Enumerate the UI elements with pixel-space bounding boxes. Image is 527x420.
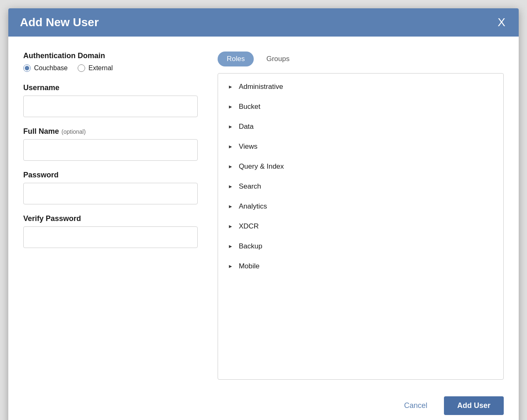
dialog-footer: Cancel Add User xyxy=(8,388,519,420)
role-item-search[interactable]: ► Search xyxy=(218,177,503,196)
radio-couchbase-label: Couchbase xyxy=(34,64,68,72)
tab-groups[interactable]: Groups xyxy=(257,52,299,66)
fullname-field-group: Full Name (optional) xyxy=(23,127,198,161)
fullname-input[interactable] xyxy=(23,139,198,161)
role-item-mobile-label: Mobile xyxy=(239,262,260,270)
tabs-row: Roles Groups xyxy=(218,52,504,66)
chevron-right-icon: ► xyxy=(228,164,233,169)
verify-password-input[interactable] xyxy=(23,226,198,248)
chevron-right-icon: ► xyxy=(228,243,233,249)
username-label: Username xyxy=(23,84,198,92)
role-item-views-label: Views xyxy=(239,142,257,151)
radio-external[interactable]: External xyxy=(78,64,113,72)
role-item-query-index-label: Query & Index xyxy=(239,162,284,171)
cancel-button[interactable]: Cancel xyxy=(397,397,434,414)
password-input[interactable] xyxy=(23,183,198,204)
add-user-button[interactable]: Add User xyxy=(444,396,504,415)
chevron-right-icon: ► xyxy=(228,144,233,150)
chevron-right-icon: ► xyxy=(228,184,233,189)
roles-list: ► Administrative ► Bucket ► Data ► Views… xyxy=(218,73,504,380)
right-panel: Roles Groups ► Administrative ► Bucket ►… xyxy=(218,52,504,380)
tab-roles[interactable]: Roles xyxy=(218,52,254,66)
verify-password-field-group: Verify Password xyxy=(23,214,198,248)
role-item-data-label: Data xyxy=(239,123,254,131)
role-item-administrative-label: Administrative xyxy=(239,83,283,91)
radio-external-input[interactable] xyxy=(78,64,85,72)
auth-domain-label: Authentication Domain xyxy=(23,52,198,60)
role-item-xdcr-label: XDCR xyxy=(239,222,259,231)
role-item-analytics-label: Analytics xyxy=(239,202,267,211)
add-new-user-dialog: Add New User X Authentication Domain Cou… xyxy=(8,8,519,420)
dialog-header: Add New User X xyxy=(8,8,519,37)
role-item-query-index[interactable]: ► Query & Index xyxy=(218,157,503,177)
fullname-label: Full Name (optional) xyxy=(23,127,198,136)
close-button[interactable]: X xyxy=(496,17,507,28)
chevron-right-icon: ► xyxy=(228,104,233,110)
role-item-search-label: Search xyxy=(239,182,261,191)
radio-couchbase[interactable]: Couchbase xyxy=(23,64,68,72)
dialog-title: Add New User xyxy=(20,16,99,29)
role-item-backup-label: Backup xyxy=(239,242,262,251)
chevron-right-icon: ► xyxy=(228,124,233,130)
auth-domain-radio-group: Couchbase External xyxy=(23,64,198,72)
role-item-bucket[interactable]: ► Bucket xyxy=(218,97,503,117)
role-item-analytics[interactable]: ► Analytics xyxy=(218,196,503,216)
role-item-backup[interactable]: ► Backup xyxy=(218,236,503,256)
chevron-right-icon: ► xyxy=(228,263,233,269)
role-item-mobile[interactable]: ► Mobile xyxy=(218,256,503,276)
fullname-optional: (optional) xyxy=(61,128,86,135)
chevron-right-icon: ► xyxy=(228,204,233,209)
dialog-body: Authentication Domain Couchbase External… xyxy=(8,37,519,388)
radio-external-label: External xyxy=(88,64,113,72)
username-field-group: Username xyxy=(23,84,198,117)
verify-password-label: Verify Password xyxy=(23,214,198,223)
role-item-data[interactable]: ► Data xyxy=(218,117,503,137)
password-field-group: Password xyxy=(23,171,198,204)
role-item-administrative[interactable]: ► Administrative xyxy=(218,77,503,97)
role-item-xdcr[interactable]: ► XDCR xyxy=(218,216,503,236)
chevron-right-icon: ► xyxy=(228,84,233,90)
radio-couchbase-input[interactable] xyxy=(23,64,31,72)
left-panel: Authentication Domain Couchbase External… xyxy=(23,52,198,380)
username-input[interactable] xyxy=(23,96,198,117)
chevron-right-icon: ► xyxy=(228,224,233,229)
password-label: Password xyxy=(23,171,198,179)
role-item-views[interactable]: ► Views xyxy=(218,137,503,157)
role-item-bucket-label: Bucket xyxy=(239,103,260,111)
